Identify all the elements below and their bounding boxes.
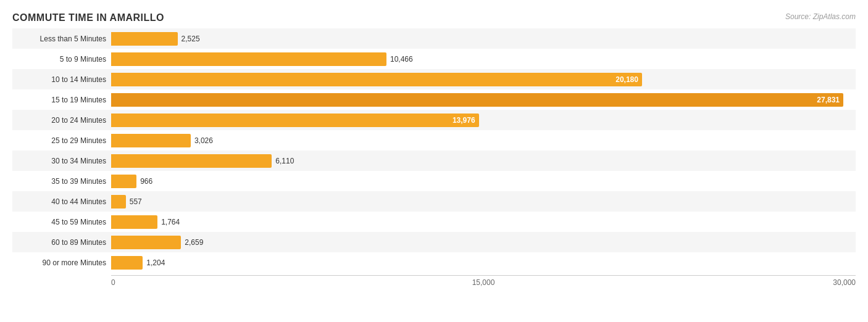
bar-label: 5 to 9 Minutes [12,55,111,64]
bar-fill [111,236,181,249]
bar-fill [111,32,178,46]
chart-title: COMMUTE TIME IN AMARILLO [12,12,856,23]
chart-area: Less than 5 Minutes2,5255 to 9 Minutes10… [12,28,856,283]
bar-fill [111,175,136,188]
bar-value-inside: 27,831 [817,96,840,104]
bar-value: 3,026 [194,136,213,145]
x-axis: 015,00030,000 [111,275,856,287]
bar-label: 25 to 29 Minutes [12,136,111,145]
bar-value-inside: 13,976 [453,116,475,125]
bar-row: Less than 5 Minutes2,525 [12,28,856,49]
bar-track: 2,659 [111,232,856,252]
bar-value: 2,525 [182,35,200,43]
bar-value: 1,204 [146,258,165,267]
bar-value: 1,764 [161,218,180,226]
bar-value: 6,110 [275,157,294,165]
bar-fill [111,215,157,229]
bar-label: 45 to 59 Minutes [12,218,111,226]
bar-row: 10 to 14 Minutes20,180 [12,69,856,89]
bar-fill [111,195,126,208]
bar-fill: 20,180 [111,73,642,86]
bar-value: 10,466 [390,55,413,64]
bars-section: Less than 5 Minutes2,5255 to 9 Minutes10… [12,28,856,273]
bar-track: 3,026 [111,130,856,151]
bar-label: 40 to 44 Minutes [12,197,111,206]
x-axis-tick: 30,000 [607,278,856,287]
bar-track: 20,180 [111,69,856,89]
bar-fill [111,256,143,270]
bar-row: 5 to 9 Minutes10,466 [12,49,856,69]
bar-track: 966 [111,171,856,191]
x-axis-tick: 15,000 [359,278,607,287]
bar-row: 90 or more Minutes1,204 [12,252,856,273]
bar-row: 30 to 34 Minutes6,110 [12,151,856,171]
x-axis-tick: 0 [111,278,359,287]
chart-container: COMMUTE TIME IN AMARILLO Source: ZipAtla… [0,0,868,322]
bar-row: 20 to 24 Minutes13,976 [12,110,856,130]
bar-track: 1,204 [111,252,856,273]
bar-label: 90 or more Minutes [12,258,111,267]
bar-track: 10,466 [111,49,856,69]
bar-row: 35 to 39 Minutes966 [12,171,856,191]
bar-track: 2,525 [111,28,856,49]
bar-label: 15 to 19 Minutes [12,96,111,104]
bar-row: 60 to 89 Minutes2,659 [12,232,856,252]
bar-value: 2,659 [185,238,203,247]
bar-value: 557 [130,197,142,206]
bar-label: Less than 5 Minutes [12,35,111,43]
source-label: Source: ZipAtlas.com [785,12,856,21]
bar-row: 40 to 44 Minutes557 [12,191,856,212]
bar-label: 20 to 24 Minutes [12,116,111,125]
bar-track: 6,110 [111,151,856,171]
bar-label: 35 to 39 Minutes [12,177,111,186]
bar-fill [111,134,191,147]
bar-label: 10 to 14 Minutes [12,75,111,84]
bar-label: 30 to 34 Minutes [12,157,111,165]
bar-value: 966 [140,177,152,186]
bar-value-inside: 20,180 [616,75,638,84]
bar-fill [111,154,272,168]
bar-row: 15 to 19 Minutes27,831 [12,89,856,110]
bar-track: 13,976 [111,110,856,130]
bar-track: 27,831 [111,89,856,110]
bar-label: 60 to 89 Minutes [12,238,111,247]
bar-row: 45 to 59 Minutes1,764 [12,212,856,232]
bar-fill: 27,831 [111,93,843,107]
bar-track: 1,764 [111,212,856,232]
bar-fill: 13,976 [111,114,479,127]
bar-track: 557 [111,191,856,212]
bar-fill [111,52,386,66]
bar-row: 25 to 29 Minutes3,026 [12,130,856,151]
